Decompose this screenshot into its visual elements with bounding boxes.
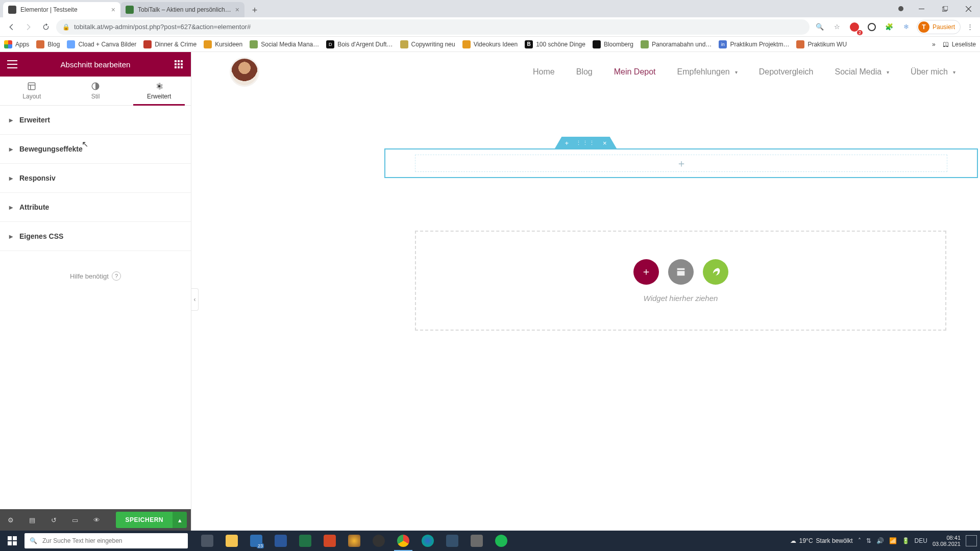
navigator-icon[interactable]: ▤ — [21, 509, 43, 531]
bookmark-item[interactable]: Kursideen — [204, 40, 242, 48]
delete-section-icon[interactable]: × — [603, 139, 607, 147]
address-bar[interactable]: 🔒 tobitalk.at/wp-admin/post.php?post=627… — [56, 19, 810, 35]
close-icon[interactable]: × — [235, 6, 239, 13]
taskbar-app[interactable] — [342, 531, 366, 551]
tab-layout[interactable]: Layout — [0, 77, 64, 105]
bookmark-item[interactable]: Praktikum WU — [796, 40, 847, 48]
language-indicator[interactable]: DEU — [915, 537, 927, 544]
bookmark-item[interactable]: Videokurs Ideen — [462, 40, 518, 48]
preview-icon[interactable]: 👁 — [86, 509, 107, 531]
minimize-button[interactable] — [910, 0, 933, 17]
drag-handle-icon[interactable]: ⋮⋮⋮ — [576, 140, 596, 146]
action-center-button[interactable] — [966, 535, 977, 546]
accordion-motion-effects[interactable]: ▸Bewegungseffekte — [0, 135, 191, 164]
new-section-dropzone[interactable]: ＋ Widget hierher ziehen — [415, 231, 946, 331]
add-widget-icon[interactable]: ＋ — [676, 157, 687, 170]
bookmark-item[interactable]: Panoramabahn und… — [641, 40, 712, 48]
bookmark-item[interactable]: DBois d'Argent Duft… — [326, 40, 393, 48]
accordion-attributes[interactable]: ▸Attribute — [0, 193, 191, 222]
account-dot-icon[interactable] — [898, 6, 903, 11]
sidebar-menu-button[interactable] — [6, 58, 18, 70]
taskbar-app[interactable] — [464, 531, 489, 551]
bookmark-item[interactable]: Bloomberg — [593, 40, 633, 48]
battery-icon[interactable]: 🔋 — [902, 537, 910, 544]
collapse-sidebar-button[interactable]: ‹ — [191, 288, 199, 311]
tab-style[interactable]: Stil — [64, 77, 128, 105]
accordion-custom-css[interactable]: ▸Eigenes CSS — [0, 222, 191, 251]
taskbar-app-powerpoint[interactable] — [317, 531, 342, 551]
bookmark-star-icon[interactable]: ☆ — [830, 20, 844, 34]
bookmark-item[interactable]: Cload + Canva Bilder — [67, 40, 136, 48]
add-section-icon[interactable]: + — [565, 139, 569, 147]
bookmark-item[interactable]: B100 schöne Dinge — [525, 40, 585, 48]
empty-column[interactable]: ＋ — [415, 155, 947, 172]
network-icon[interactable]: ⇅ — [866, 537, 871, 544]
taskbar-app-excel[interactable] — [293, 531, 317, 551]
section-handle[interactable]: + ⋮⋮⋮ × — [554, 137, 617, 149]
back-button[interactable] — [4, 20, 18, 34]
tray-overflow-icon[interactable]: ˄ — [858, 537, 861, 544]
apps-button[interactable]: Apps — [4, 40, 29, 48]
site-logo[interactable] — [231, 59, 258, 85]
chrome-menu-button[interactable]: ⋮ — [964, 23, 976, 31]
add-section-button[interactable]: ＋ — [633, 259, 659, 285]
close-window-button[interactable] — [957, 0, 980, 17]
start-button[interactable] — [0, 531, 24, 551]
extension-icon[interactable] — [865, 20, 879, 34]
selected-section[interactable]: ＋ — [384, 148, 978, 178]
bookmark-item[interactable]: Copywriting neu — [400, 40, 455, 48]
task-view-button[interactable] — [195, 531, 219, 551]
close-icon[interactable]: × — [111, 6, 115, 13]
accordion-advanced[interactable]: ▸Erweitert — [0, 106, 191, 135]
reload-button[interactable] — [39, 20, 53, 34]
taskbar-app-obs[interactable] — [366, 531, 391, 551]
profile-chip[interactable]: T Pausiert — [917, 20, 961, 34]
nav-empfehlungen[interactable]: Empfehlungen▾ — [677, 67, 738, 77]
volume-icon[interactable]: 🔊 — [876, 537, 884, 544]
bookmarks-overflow-button[interactable]: » — [932, 41, 936, 48]
taskbar-app-spotify[interactable] — [489, 531, 513, 551]
extensions-puzzle-icon[interactable]: 🧩 — [882, 20, 896, 34]
history-icon[interactable]: ↺ — [43, 509, 64, 531]
taskbar-search[interactable]: 🔍 Zur Suche Text hier eingeben — [24, 533, 188, 548]
nav-ueber-mich[interactable]: Über mich▾ — [911, 67, 955, 77]
bookmark-item[interactable]: Dinner & Crime — [143, 40, 197, 48]
taskbar-clock[interactable]: 08:41 03.08.2021 — [933, 535, 961, 547]
bookmark-item[interactable]: Blog — [36, 40, 60, 48]
editor-canvas[interactable]: Home Blog Mein Depot Empfehlungen▾ Depot… — [191, 52, 980, 531]
settings-icon[interactable]: ⚙ — [0, 509, 21, 531]
zoom-icon[interactable]: 🔍 — [813, 20, 827, 34]
browser-tab[interactable]: Elementor | Testseite × — [3, 2, 120, 17]
taskbar-app-chrome[interactable] — [391, 531, 415, 551]
nav-home[interactable]: Home — [533, 67, 555, 77]
nav-social-media[interactable]: Social Media▾ — [835, 67, 889, 77]
help-link[interactable]: Hilfe benötigt ? — [0, 271, 191, 281]
extension-icon[interactable]: 2 — [847, 20, 862, 34]
forward-button[interactable] — [21, 20, 36, 34]
system-tray[interactable]: ˄ ⇅ 🔊 📶 🔋 DEU — [858, 537, 927, 544]
bookmark-item[interactable]: Social Media Mana… — [250, 40, 319, 48]
tab-advanced[interactable]: Erweitert — [127, 77, 191, 105]
widgets-button[interactable] — [173, 58, 185, 70]
extension-icon[interactable]: ❄ — [899, 20, 914, 34]
taskbar-app-mail[interactable]: 23 — [244, 531, 268, 551]
browser-tab[interactable]: TobiTalk – Aktien und persönlich… × — [120, 2, 244, 17]
taskbar-weather[interactable]: ☁ 19°C Stark bewölkt — [790, 537, 853, 544]
envato-button[interactable] — [703, 259, 728, 285]
wifi-icon[interactable]: 📶 — [889, 537, 897, 544]
taskbar-app[interactable] — [440, 531, 464, 551]
bookmark-item[interactable]: inPraktikum Projektm… — [719, 40, 789, 48]
accordion-responsive[interactable]: ▸Responsiv — [0, 164, 191, 193]
taskbar-app-edge[interactable] — [415, 531, 440, 551]
save-button[interactable]: SPEICHERN — [116, 512, 173, 528]
nav-depotvergleich[interactable]: Depotvergleich — [759, 67, 814, 77]
taskbar-app-explorer[interactable] — [219, 531, 244, 551]
readlist-button[interactable]: 🕮 Leseliste — [943, 41, 976, 48]
nav-mein-depot[interactable]: Mein Depot — [614, 67, 656, 77]
nav-blog[interactable]: Blog — [576, 67, 593, 77]
maximize-button[interactable] — [933, 0, 957, 17]
save-options-button[interactable]: ▴ — [173, 512, 187, 528]
responsive-icon[interactable]: ▭ — [64, 509, 86, 531]
add-template-button[interactable] — [668, 259, 694, 285]
new-tab-button[interactable]: + — [248, 3, 262, 17]
